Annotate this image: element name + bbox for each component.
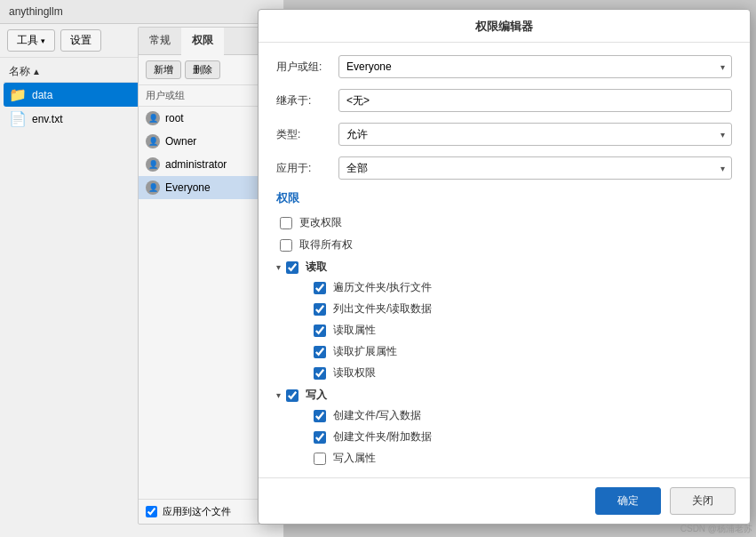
read-group-checkbox[interactable] <box>286 261 298 274</box>
perm-sub-create-folder: 创建文件夹/附加数据 <box>314 429 732 445</box>
type-row: 类型: 允许 拒绝 ▾ <box>276 123 732 146</box>
perm-sub-write-attr: 写入属性 <box>314 451 732 466</box>
perm-group-write: ▾ 写入 创建文件/写入数据 创建文件夹/附加数据 写入属性 <box>276 388 732 466</box>
perm-sub-read-perms: 读取权限 <box>314 365 732 381</box>
perm-group-write-header: ▾ 写入 <box>276 388 732 403</box>
write-sub-items: 创建文件/写入数据 创建文件夹/附加数据 写入属性 <box>276 408 732 466</box>
settings-button[interactable]: 设置 <box>60 29 101 52</box>
delete-button[interactable]: 删除 <box>185 60 220 79</box>
inherit-label: 继承于: <box>276 93 338 108</box>
perm-sub-read-ext-attr: 读取扩展属性 <box>314 344 732 359</box>
file-icon: 📄 <box>9 110 27 127</box>
perm-item-ownership: 取得所有权 <box>276 237 732 252</box>
perm-sub-read-attr: 读取属性 <box>314 323 732 338</box>
list-checkbox[interactable] <box>314 303 326 316</box>
perm-editor-title: 权限编辑器 <box>259 10 750 43</box>
tools-button[interactable]: 工具 ▾ <box>7 29 55 52</box>
add-button[interactable]: 新增 <box>146 60 181 79</box>
inherit-input <box>338 89 732 112</box>
user-icon-admin: 👤 <box>146 157 160 172</box>
user-icon-owner: 👤 <box>146 134 160 148</box>
perm-item-change: 更改权限 <box>276 215 732 230</box>
read-sub-items: 遍历文件夹/执行文件 列出文件夹/读取数据 读取属性 读取扩展属性 读取权限 <box>276 280 732 381</box>
read-perms-checkbox[interactable] <box>314 367 326 380</box>
fm-title: anythingllm <box>0 0 283 24</box>
perm-sub-create-file: 创建文件/写入数据 <box>314 408 732 423</box>
write-expand-icon[interactable]: ▾ <box>276 390 281 400</box>
create-file-checkbox[interactable] <box>314 410 326 422</box>
tools-arrow-icon: ▾ <box>41 36 45 45</box>
apply-to-file-checkbox[interactable] <box>146 506 157 517</box>
user-group-select-wrap: Everyone ▾ <box>338 55 732 78</box>
user-icon-everyone: 👤 <box>146 180 160 195</box>
type-select[interactable]: 允许 拒绝 <box>338 123 732 146</box>
write-attr-checkbox[interactable] <box>314 453 326 465</box>
read-expand-icon[interactable]: ▾ <box>276 262 281 272</box>
perm-sub-traverse: 遍历文件夹/执行文件 <box>314 280 732 295</box>
apply-to-label: 应用于: <box>276 161 338 176</box>
permissions-section-title: 权限 <box>276 190 732 206</box>
sort-arrow-icon: ▲ <box>32 67 41 76</box>
tab-general[interactable]: 常规 <box>139 28 181 54</box>
read-ext-attr-checkbox[interactable] <box>314 346 326 358</box>
create-folder-checkbox[interactable] <box>314 431 326 444</box>
perm-group-read-header: ▾ 读取 <box>276 260 732 275</box>
write-group-checkbox[interactable] <box>286 389 298 402</box>
apply-to-select[interactable]: 全部 此文件夹 子文件夹 文件 <box>338 156 732 180</box>
user-icon-root: 👤 <box>146 111 160 125</box>
take-ownership-checkbox[interactable] <box>280 239 292 252</box>
traverse-checkbox[interactable] <box>314 282 326 294</box>
perm-sub-list: 列出文件夹/读取数据 <box>314 301 732 317</box>
confirm-button[interactable]: 确定 <box>595 487 661 515</box>
watermark: CSDN @杨浦老苏 <box>680 523 752 535</box>
inherit-input-wrap <box>338 89 732 112</box>
perm-editor-body: 用户或组: Everyone ▾ 继承于: 类型: <box>259 43 750 477</box>
user-group-select[interactable]: Everyone <box>338 55 732 78</box>
perm-editor-footer: 确定 关闭 <box>259 477 750 524</box>
close-button[interactable]: 关闭 <box>670 487 736 515</box>
inherit-row: 继承于: <box>276 89 732 112</box>
type-select-wrap: 允许 拒绝 ▾ <box>338 123 732 146</box>
perm-group-read: ▾ 读取 遍历文件夹/执行文件 列出文件夹/读取数据 读取属性 <box>276 260 732 381</box>
type-label: 类型: <box>276 127 338 142</box>
user-group-row: 用户或组: Everyone ▾ <box>276 55 732 78</box>
user-group-label: 用户或组: <box>276 60 338 75</box>
folder-icon: 📁 <box>9 86 27 103</box>
tab-permissions[interactable]: 权限 <box>181 28 224 55</box>
apply-to-select-wrap: 全部 此文件夹 子文件夹 文件 ▾ <box>338 156 732 180</box>
change-permissions-checkbox[interactable] <box>280 217 292 229</box>
read-attr-checkbox[interactable] <box>314 325 326 337</box>
apply-to-row: 应用于: 全部 此文件夹 子文件夹 文件 ▾ <box>276 156 732 180</box>
perm-editor-dialog: 权限编辑器 用户或组: Everyone ▾ 继承于: <box>258 9 751 525</box>
